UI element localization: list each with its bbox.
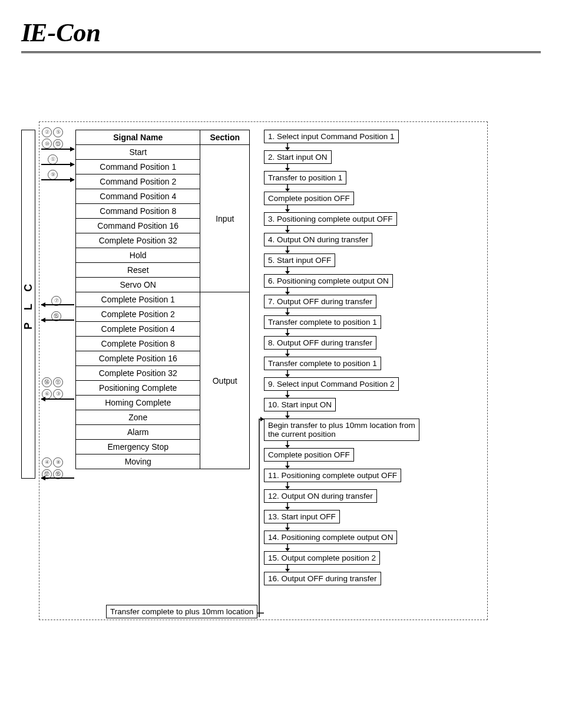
flow-step: 1. Select input Command Position 1 <box>264 130 399 143</box>
down-arrow-icon <box>284 329 484 336</box>
signal-table: Signal Name Section StartInput Command P… <box>75 130 250 469</box>
down-arrow-icon <box>284 350 484 357</box>
flow-step: 12. Output ON during transfer <box>264 489 377 503</box>
signal-cell: Complete Position 8 <box>76 337 200 351</box>
down-arrow-icon <box>284 544 484 551</box>
down-arrow-icon <box>284 308 484 315</box>
down-arrow-icon <box>284 246 484 253</box>
brand-suffix: -Con <box>47 18 100 48</box>
down-arrow-icon <box>284 370 484 377</box>
signal-cell: Command Position 2 <box>76 174 200 189</box>
down-arrow-icon <box>284 185 484 192</box>
circled-number: ⑧ <box>53 457 63 467</box>
flowchart: 1. Select input Command Position 1 2. St… <box>260 130 484 585</box>
flow-step: Transfer to position 1 <box>264 171 346 185</box>
plc-block: P L C <box>21 130 35 479</box>
down-arrow-icon <box>284 482 484 489</box>
down-arrow-icon <box>284 288 484 295</box>
circled-number: ⑤ <box>53 127 63 137</box>
down-arrow-icon <box>284 503 484 510</box>
circled-number: ② <box>42 127 52 137</box>
down-arrow-icon <box>284 164 484 171</box>
flow-step: 11. Positioning complete output OFF <box>264 469 401 482</box>
circled-number: ③ <box>53 389 63 399</box>
arrow-left-icon <box>41 304 74 305</box>
signal-cell: Command Position 16 <box>76 219 200 233</box>
circled-number: ⑬ <box>53 139 63 149</box>
arrow-right-icon <box>41 164 74 165</box>
signal-cell: Complete Position 4 <box>76 322 200 337</box>
arrow-left-icon <box>41 319 74 321</box>
svg-marker-44 <box>260 417 264 421</box>
circled-number: ④ <box>42 457 52 467</box>
flow-step: 2. Start input ON <box>264 150 332 164</box>
flow-step: Complete position OFF <box>264 192 354 205</box>
flow-step: 6. Positioning complete output ON <box>264 274 393 288</box>
brand-prefix: IE <box>21 18 46 48</box>
flow-step: 13. Start input OFF <box>264 510 340 523</box>
final-box: Transfer complete to plus 10mm location <box>106 605 257 618</box>
signal-cell: Command Position 4 <box>76 189 200 204</box>
flow-step: 10. Start input ON <box>264 398 336 411</box>
signal-cell: Start <box>76 145 200 160</box>
flow-step: 4. Output ON during transfer <box>264 233 372 246</box>
down-arrow-icon <box>284 391 484 398</box>
down-arrow-icon <box>284 462 484 469</box>
signal-cell: Zone <box>76 410 200 425</box>
signal-cell: Command Position 1 <box>76 160 200 174</box>
flow-step: 16. Output OFF during transfer <box>264 572 381 585</box>
flow-step: Begin transfer to plus 10mm location fro… <box>264 419 419 441</box>
signal-cell: Reset <box>76 263 200 278</box>
diagram-area: P L C ②⑤ ⑩⑬ ① ⑨ ⑦ ⑮ ⑭⑪ ⑥③ ④⑧ ⑫⑯ <box>21 130 541 637</box>
circled-number: ⑩ <box>42 139 52 149</box>
down-arrow-icon <box>284 226 484 233</box>
signal-cell: Servo ON <box>76 278 200 292</box>
down-arrow-icon <box>284 267 484 274</box>
down-arrow-icon <box>284 143 484 150</box>
bubble-group-6: ⑭⑪ ⑥③ <box>41 376 64 400</box>
arrow-right-icon <box>41 179 74 180</box>
signal-cell: Complete Position 2 <box>76 307 200 322</box>
signal-cell: Complete Position 32 <box>76 366 200 381</box>
flow-step: 8. Output OFF during transfer <box>264 336 376 350</box>
arrow-left-icon <box>41 477 74 479</box>
section-cell-input: Input <box>200 145 250 292</box>
flow-step: Transfer complete to position 1 <box>264 357 381 370</box>
signal-cell: Hold <box>76 248 200 263</box>
down-arrow-icon <box>284 205 484 212</box>
signal-cell: Alarm <box>76 425 200 440</box>
flow-step: 15. Output complete position 2 <box>264 551 380 565</box>
col-header-section: Section <box>200 130 250 145</box>
bubble-group-2: ① <box>47 153 58 165</box>
down-arrow-icon <box>284 441 484 448</box>
flow-step: Transfer complete to position 1 <box>264 315 381 329</box>
circled-number: ① <box>48 154 58 164</box>
arrow-left-icon <box>41 398 74 400</box>
down-arrow-icon <box>284 411 484 419</box>
brand-logo: IE -Con <box>21 18 541 48</box>
signal-cell: Complete Position 1 <box>76 292 200 307</box>
flow-step: 7. Output OFF during transfer <box>264 295 376 308</box>
circled-number: ⑭ <box>42 377 52 387</box>
feedback-arrow-icon <box>254 417 264 617</box>
section-cell-output: Output <box>200 292 250 469</box>
signal-cell: Complete Position 32 <box>76 233 200 248</box>
down-arrow-icon <box>284 523 484 531</box>
arrow-right-icon <box>41 149 74 150</box>
signal-cell: Moving <box>76 454 200 469</box>
circled-number: ⑨ <box>48 170 58 180</box>
bubble-group-1: ②⑤ ⑩⑬ <box>41 126 64 150</box>
signal-cell: Emergency Stop <box>76 440 200 454</box>
down-arrow-icon <box>284 565 484 572</box>
signal-cell: Positioning Complete <box>76 381 200 396</box>
signal-cell: Complete Position 16 <box>76 351 200 366</box>
flow-step: Complete position OFF <box>264 448 354 462</box>
col-header-signal: Signal Name <box>76 130 200 145</box>
flow-step: 5. Start input OFF <box>264 253 335 267</box>
page: IE -Con P L C ②⑤ ⑩⑬ ① ⑨ ⑦ ⑮ ⑭⑪ ⑥③ ④⑧ ⑫⑯ <box>0 0 562 728</box>
bubble-group-3: ⑨ <box>47 169 58 180</box>
header-rule <box>21 51 541 53</box>
flow-step: 3. Positioning complete output OFF <box>264 212 397 226</box>
signal-cell: Command Position 8 <box>76 204 200 219</box>
signal-cell: Homing Complete <box>76 396 200 410</box>
